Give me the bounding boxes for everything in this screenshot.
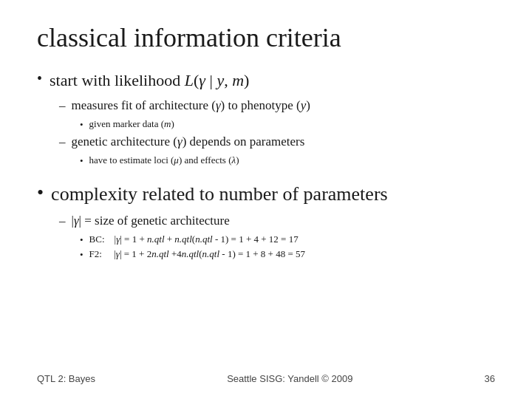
dash-text-1: measures fit of architecture (γ) to phen…	[72, 98, 310, 115]
sub-bullet-text-4: F2: |γ| = 1 + 2n.qtl +4n.qtl(n.qtl - 1) …	[89, 248, 305, 261]
slide-title: classical information criteria	[37, 22, 495, 53]
dash-item-2: – genetic architecture (γ) depends on pa…	[59, 134, 495, 151]
sub-items-2: – |γ| = size of genetic architecture • B…	[59, 213, 495, 264]
sub-sub-items-1: • given marker data (m)	[80, 117, 495, 131]
dash-item-3: – |γ| = size of genetic architecture	[59, 213, 495, 230]
sub-bullet-dot-3: •	[80, 234, 83, 246]
footer-right: 36	[485, 373, 495, 384]
bullet-2-dot: •	[37, 182, 44, 204]
sub-bullet-2: • have to estimate loci (μ) and effects …	[80, 154, 495, 167]
dash-3: –	[59, 214, 66, 228]
footer-left: QTL 2: Bayes	[37, 373, 95, 384]
dash-2: –	[59, 134, 66, 149]
dash-text-2: genetic architecture (γ) depends on para…	[72, 134, 305, 151]
dash-text-3: |γ| = size of genetic architecture	[72, 213, 230, 230]
sub-bullet-dot-1: •	[80, 119, 83, 131]
sub-bullet-text-2: have to estimate loci (μ) and effects (λ…	[89, 154, 239, 167]
sub-bullet-dot-4: •	[80, 249, 83, 261]
bullet-1-dot: •	[37, 70, 42, 87]
sub-bullet-3: • BC: |γ| = 1 + n.qtl + n.qtl(n.qtl - 1)…	[80, 233, 495, 246]
bullet-1: • start with likelihood L(γ | y, m)	[37, 69, 495, 92]
sub-sub-items-2: • have to estimate loci (μ) and effects …	[80, 154, 495, 167]
slide-content: • start with likelihood L(γ | y, m) – me…	[37, 69, 495, 367]
sub-bullet-text-1: given marker data (m)	[89, 117, 174, 131]
sub-bullet-4: • F2: |γ| = 1 + 2n.qtl +4n.qtl(n.qtl - 1…	[80, 248, 495, 261]
bullet-1-text: start with likelihood L(γ | y, m)	[50, 69, 249, 92]
sub-bullet-text-3: BC: |γ| = 1 + n.qtl + n.qtl(n.qtl - 1) =…	[89, 233, 299, 246]
sub-sub-items-3: • BC: |γ| = 1 + n.qtl + n.qtl(n.qtl - 1)…	[80, 233, 495, 261]
footer-center: Seattle SISG: Yandell © 2009	[227, 373, 352, 384]
slide: classical information criteria • start w…	[0, 0, 532, 399]
sub-items-1: – measures fit of architecture (γ) to ph…	[59, 98, 495, 170]
slide-footer: QTL 2: Bayes Seattle SISG: Yandell © 200…	[37, 367, 495, 384]
sub-bullet-dot-2: •	[80, 155, 83, 167]
dash-item-1: – measures fit of architecture (γ) to ph…	[59, 98, 495, 115]
sub-bullet-1: • given marker data (m)	[80, 117, 495, 131]
bullet-2-text: complexity related to number of paramete…	[51, 182, 388, 207]
dash-1: –	[59, 98, 66, 113]
bullet-2: • complexity related to number of parame…	[37, 182, 495, 207]
